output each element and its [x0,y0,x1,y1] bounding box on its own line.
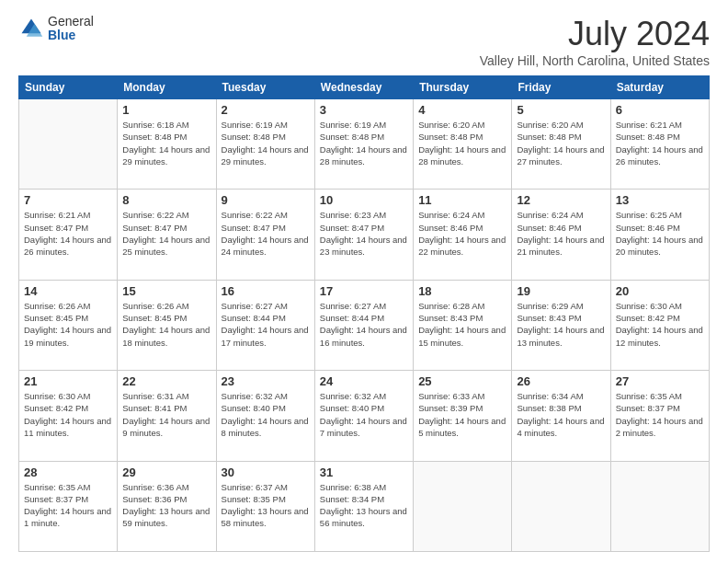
sunset-text: Sunset: 8:48 PM [122,132,187,142]
sunrise-text: Sunrise: 6:32 AM [222,391,288,401]
sunrise-text: Sunrise: 6:30 AM [616,301,682,311]
calendar-cell: 29 Sunrise: 6:36 AM Sunset: 8:36 PM Dayl… [118,461,216,551]
sunrise-text: Sunrise: 6:31 AM [122,391,188,401]
daylight-text: Daylight: 14 hours and 26 minutes. [24,235,111,257]
sunset-text: Sunset: 8:48 PM [320,132,384,142]
day-number: 14 [24,284,112,298]
sunset-text: Sunset: 8:38 PM [517,403,581,413]
day-number: 19 [517,284,605,298]
sunrise-text: Sunrise: 6:21 AM [24,210,90,220]
daylight-text: Daylight: 14 hours and 21 minutes. [517,235,604,257]
day-number: 7 [24,193,112,207]
calendar-cell: 27 Sunrise: 6:35 AM Sunset: 8:37 PM Dayl… [610,371,709,461]
sunrise-text: Sunrise: 6:22 AM [122,210,188,220]
day-number: 23 [222,374,310,388]
calendar-cell: 16 Sunrise: 6:27 AM Sunset: 8:44 PM Dayl… [216,280,314,370]
sunset-text: Sunset: 8:44 PM [320,313,384,323]
day-number: 13 [616,193,704,207]
sunset-text: Sunset: 8:46 PM [418,223,483,233]
day-number: 4 [418,103,506,117]
calendar-cell: 22 Sunrise: 6:31 AM Sunset: 8:41 PM Dayl… [118,371,216,461]
calendar-header-row: Sunday Monday Tuesday Wednesday Thursday… [19,76,710,99]
calendar-cell [512,461,610,551]
logo-text: General Blue [48,15,94,43]
daylight-text: Daylight: 14 hours and 9 minutes. [122,416,210,438]
sunset-text: Sunset: 8:47 PM [122,223,187,233]
daylight-text: Daylight: 14 hours and 18 minutes. [122,325,210,347]
day-number: 2 [222,103,310,117]
day-number: 1 [122,103,210,117]
calendar-cell: 8 Sunrise: 6:22 AM Sunset: 8:47 PM Dayli… [118,190,216,280]
day-info: Sunrise: 6:30 AM Sunset: 8:42 PM Dayligh… [616,300,704,349]
daylight-text: Daylight: 14 hours and 4 minutes. [517,416,604,438]
day-number: 28 [24,465,112,479]
daylight-text: Daylight: 14 hours and 7 minutes. [320,416,407,438]
daylight-text: Daylight: 14 hours and 29 minutes. [122,144,210,167]
sunrise-text: Sunrise: 6:27 AM [320,301,386,311]
calendar-cell: 9 Sunrise: 6:22 AM Sunset: 8:47 PM Dayli… [216,190,314,280]
sunrise-text: Sunrise: 6:24 AM [418,210,484,220]
daylight-text: Daylight: 14 hours and 25 minutes. [122,235,210,257]
daylight-text: Daylight: 13 hours and 56 minutes. [320,506,407,528]
sunrise-text: Sunrise: 6:35 AM [24,482,90,492]
sunset-text: Sunset: 8:40 PM [320,403,384,413]
sunrise-text: Sunrise: 6:20 AM [418,120,484,130]
day-info: Sunrise: 6:34 AM Sunset: 8:38 PM Dayligh… [517,390,605,439]
sunset-text: Sunset: 8:41 PM [122,403,187,413]
day-number: 9 [222,193,310,207]
day-number: 12 [517,193,605,207]
sunrise-text: Sunrise: 6:21 AM [616,120,682,130]
logo-general-text: General [48,15,94,29]
daylight-text: Daylight: 14 hours and 12 minutes. [616,325,703,347]
day-number: 31 [320,465,408,479]
sunset-text: Sunset: 8:46 PM [616,223,680,233]
day-number: 22 [122,374,210,388]
daylight-text: Daylight: 14 hours and 20 minutes. [616,235,703,257]
day-info: Sunrise: 6:24 AM Sunset: 8:46 PM Dayligh… [517,209,605,258]
sunrise-text: Sunrise: 6:22 AM [222,210,288,220]
calendar-cell: 13 Sunrise: 6:25 AM Sunset: 8:46 PM Dayl… [610,190,709,280]
daylight-text: Daylight: 14 hours and 15 minutes. [418,325,506,347]
calendar-cell: 7 Sunrise: 6:21 AM Sunset: 8:47 PM Dayli… [19,190,118,280]
sunset-text: Sunset: 8:34 PM [320,494,384,504]
daylight-text: Daylight: 13 hours and 59 minutes. [122,506,210,528]
calendar-cell: 11 Sunrise: 6:24 AM Sunset: 8:46 PM Dayl… [414,190,512,280]
calendar-cell: 24 Sunrise: 6:32 AM Sunset: 8:40 PM Dayl… [314,371,413,461]
subtitle: Valley Hill, North Carolina, United Stat… [480,53,710,68]
sunset-text: Sunset: 8:48 PM [616,132,680,142]
calendar-cell: 19 Sunrise: 6:29 AM Sunset: 8:43 PM Dayl… [512,280,610,370]
sunrise-text: Sunrise: 6:25 AM [616,210,682,220]
sunrise-text: Sunrise: 6:26 AM [24,301,90,311]
day-info: Sunrise: 6:35 AM Sunset: 8:37 PM Dayligh… [24,481,112,530]
sunset-text: Sunset: 8:43 PM [418,313,483,323]
sunset-text: Sunset: 8:35 PM [222,494,286,504]
sunrise-text: Sunrise: 6:32 AM [320,391,386,401]
day-number: 10 [320,193,408,207]
day-info: Sunrise: 6:20 AM Sunset: 8:48 PM Dayligh… [517,119,605,167]
sunset-text: Sunset: 8:47 PM [320,223,384,233]
daylight-text: Daylight: 14 hours and 11 minutes. [24,416,111,438]
day-number: 29 [122,465,210,479]
daylight-text: Daylight: 14 hours and 26 minutes. [616,144,703,167]
sunrise-text: Sunrise: 6:18 AM [122,120,188,130]
sunrise-text: Sunrise: 6:33 AM [418,391,484,401]
sunset-text: Sunset: 8:37 PM [24,494,88,504]
sunset-text: Sunset: 8:39 PM [418,403,483,413]
header-sunday: Sunday [19,76,118,99]
sunrise-text: Sunrise: 6:35 AM [616,391,682,401]
sunrise-text: Sunrise: 6:34 AM [517,391,583,401]
calendar-cell: 30 Sunrise: 6:37 AM Sunset: 8:35 PM Dayl… [216,461,314,551]
calendar-cell [610,461,709,551]
day-info: Sunrise: 6:33 AM Sunset: 8:39 PM Dayligh… [418,390,506,439]
day-number: 11 [418,193,506,207]
calendar-week-2: 7 Sunrise: 6:21 AM Sunset: 8:47 PM Dayli… [19,190,710,280]
sunset-text: Sunset: 8:40 PM [222,403,286,413]
sunrise-text: Sunrise: 6:27 AM [222,301,288,311]
calendar-cell: 25 Sunrise: 6:33 AM Sunset: 8:39 PM Dayl… [414,371,512,461]
day-number: 30 [222,465,310,479]
calendar-cell: 4 Sunrise: 6:20 AM Sunset: 8:48 PM Dayli… [414,99,512,190]
daylight-text: Daylight: 14 hours and 28 minutes. [418,144,506,167]
sunset-text: Sunset: 8:42 PM [24,403,88,413]
logo: General Blue [18,15,94,43]
calendar-cell: 12 Sunrise: 6:24 AM Sunset: 8:46 PM Dayl… [512,190,610,280]
